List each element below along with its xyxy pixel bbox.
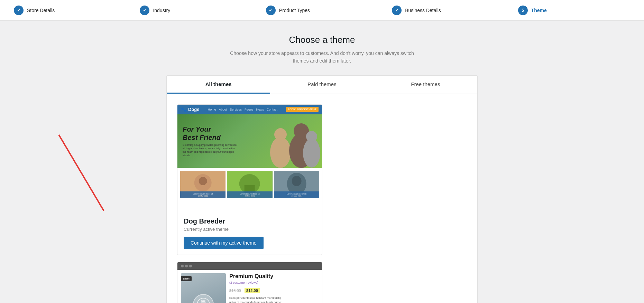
sf-dot-1 — [181, 265, 184, 267]
page-subtitle: Choose how your store appears to custome… — [230, 49, 414, 65]
db-logo-text: Dogs — [188, 107, 200, 112]
page-title: Choose a theme — [289, 35, 355, 45]
themes-grid: 🐾 Dogs Home About Services Pages News Co… — [167, 94, 477, 303]
sf-price-row: $15.00 $12.00 — [229, 287, 319, 293]
sf-body: Sale! WOO THEMES — [177, 270, 322, 303]
step-store-details-icon: ✓ — [14, 6, 24, 15]
db-header: 🐾 Dogs Home About Services Pages News Co… — [177, 105, 322, 114]
step-business-details-label: Business Details — [405, 8, 441, 13]
db-hero: For YourBest Friend Grooming & Supply pr… — [177, 114, 322, 168]
step-business-details[interactable]: ✓ Business Details — [392, 6, 504, 15]
sf-description: Excerpt Pellentesque habitant morbi tris… — [229, 296, 319, 303]
main-content: Choose a theme Choose how your store app… — [0, 21, 644, 303]
sf-dot-3 — [189, 265, 192, 267]
storefront-preview: Sale! WOO THEMES — [177, 262, 322, 303]
tab-all-themes[interactable]: All themes — [167, 76, 270, 94]
db-thumb-1-label: Lorem ipsum dolor sit12 May 2021 — [180, 191, 226, 198]
step-industry-icon: ✓ — [140, 6, 149, 15]
dog-breeder-preview: 🐾 Dogs Home About Services Pages News Co… — [177, 105, 322, 212]
tabs-header: All themes Paid themes Free themes — [167, 76, 477, 94]
sf-price-new: $12.00 — [245, 288, 260, 293]
db-thumbnails: Lorem ipsum dolor sit12 May 2021 Lorem i… — [177, 168, 322, 201]
sf-reviews: (2 customer reviews) — [229, 281, 319, 284]
step-product-types[interactable]: ✓ Product Types — [266, 6, 378, 15]
svg-point-2 — [270, 137, 291, 168]
sf-topbar — [177, 262, 322, 270]
db-nav-about: About — [219, 108, 227, 111]
db-hero-title: For YourBest Friend — [183, 125, 238, 142]
db-thumb-2: Lorem ipsum dolor sit20 May 2021 — [227, 171, 272, 198]
db-logo: 🐾 Dogs — [181, 107, 200, 112]
continue-with-active-theme-button[interactable]: Continue with my active theme — [184, 237, 264, 249]
sf-dot-2 — [185, 265, 188, 267]
step-theme-label: Theme — [531, 8, 547, 13]
db-nav-home: Home — [208, 108, 216, 111]
step-business-details-icon: ✓ — [392, 6, 402, 15]
sf-sale-badge: Sale! — [181, 276, 192, 281]
db-nav-pages: Pages — [245, 108, 254, 111]
step-product-types-label: Product Types — [279, 8, 310, 13]
db-hero-desc: Grooming & Supply provides grooming serv… — [183, 143, 238, 157]
dog-breeder-info: Dog Breeder Currently active theme Conti… — [177, 212, 322, 255]
db-thumb-3-label: Lorem ipsum dolor sit28 May 2021 — [274, 191, 319, 198]
step-store-details-label: Store Details — [27, 8, 55, 13]
db-nav-contact: Contact — [267, 108, 277, 111]
step-theme-icon: 5 — [518, 6, 528, 15]
svg-point-7 — [306, 131, 317, 142]
step-theme[interactable]: 5 Theme — [518, 6, 630, 15]
db-book-btn: BOOK APPOINTMENT — [286, 107, 319, 112]
svg-point-10 — [199, 177, 207, 185]
svg-text:WOO: WOO — [201, 300, 206, 302]
stepper: ✓ Store Details ✓ Industry ✓ Product Typ… — [0, 0, 644, 21]
tab-free-themes[interactable]: Free themes — [374, 76, 477, 94]
sf-product-image: Sale! WOO THEMES — [181, 273, 226, 303]
step-product-types-icon: ✓ — [266, 6, 276, 15]
themes-container: All themes Paid themes Free themes 🐾 Dog… — [166, 75, 478, 303]
svg-point-6 — [303, 139, 320, 168]
db-thumb-3: Lorem ipsum dolor sit28 May 2021 — [274, 171, 319, 198]
dog-breeder-status: Currently active theme — [184, 227, 316, 232]
tab-paid-themes[interactable]: Paid themes — [270, 76, 374, 94]
step-store-details[interactable]: ✓ Store Details — [14, 6, 126, 15]
theme-card-dog-breeder: 🐾 Dogs Home About Services Pages News Co… — [177, 104, 322, 255]
sf-product-info: Premium Quality (2 customer reviews) $15… — [229, 273, 319, 303]
sf-product-title: Premium Quality — [229, 273, 319, 280]
svg-point-3 — [274, 128, 287, 141]
db-thumb-2-label: Lorem ipsum dolor sit20 May 2021 — [227, 191, 272, 198]
step-industry-label: Industry — [153, 8, 170, 13]
db-nav-services: Services — [230, 108, 242, 111]
db-dogs-image — [253, 114, 322, 168]
dog-breeder-actions: Continue with my active theme — [184, 237, 316, 249]
sf-logo: WOO THEMES — [193, 294, 214, 303]
theme-card-storefront: Sale! WOO THEMES — [177, 262, 322, 303]
db-hero-text: For YourBest Friend Grooming & Supply pr… — [183, 125, 238, 157]
db-thumb-1: Lorem ipsum dolor sit12 May 2021 — [180, 171, 226, 198]
db-nav: Home About Services Pages News Contact — [208, 108, 277, 111]
sf-price-old: $15.00 — [229, 288, 241, 293]
db-nav-news: News — [256, 108, 264, 111]
svg-point-16 — [292, 176, 301, 186]
step-industry[interactable]: ✓ Industry — [140, 6, 252, 15]
dog-breeder-name: Dog Breeder — [184, 217, 316, 225]
paw-icon: 🐾 — [181, 107, 187, 112]
